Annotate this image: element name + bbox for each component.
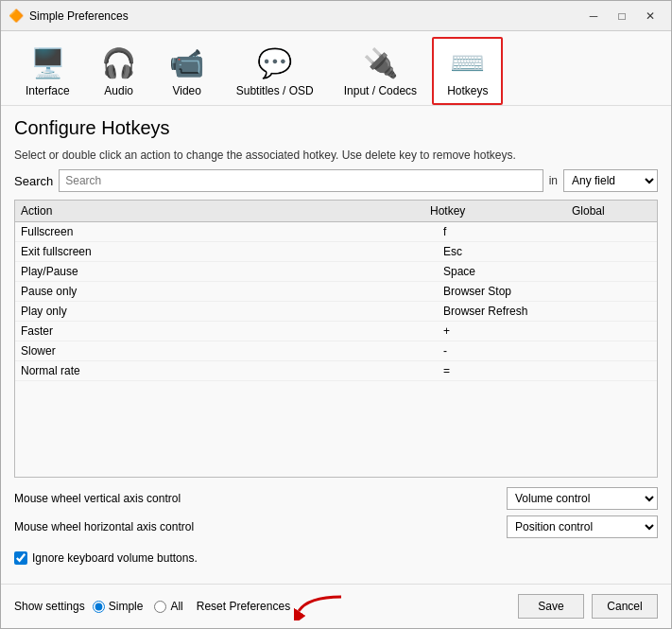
table-row[interactable]: Pause onlyBrowser Stop [15,282,657,302]
table-cell-action: Play/Pause [21,265,443,278]
vertical-axis-label: Mouse wheel vertical axis control [14,492,507,505]
description-text: Select or double click an action to chan… [14,149,658,162]
close-button[interactable]: ✕ [637,6,663,26]
table-cell-action: Normal rate [21,364,443,377]
show-settings-label: Show settings [14,600,85,613]
vertical-axis-row: Mouse wheel vertical axis control Volume… [14,487,658,510]
radio-all: All [154,600,182,613]
table-cell-hotkey: Browser Refresh [443,305,585,318]
table-cell-global [585,364,651,377]
vertical-axis-dropdown[interactable]: Volume controlPosition controlNone [507,487,658,510]
red-arrow-indicator [294,592,346,620]
mouse-controls: Mouse wheel vertical axis control Volume… [14,487,658,544]
radio-simple: Simple [93,600,144,613]
nav-item-subtitles-label: Subtitles / OSD [236,84,314,97]
radio-simple-label: Simple [109,600,144,613]
horizontal-axis-row: Mouse wheel horizontal axis control Posi… [14,515,658,538]
table-cell-action: Exit fullscreen [21,245,443,258]
table-cell-action: Pause only [21,285,443,298]
table-cell-hotkey: + [443,324,585,338]
radio-group: Simple All [93,600,183,613]
nav-item-video-label: Video [172,84,200,97]
main-window: 🔶 Simple Preferences ─ □ ✕ 🖥️Interface🎧A… [0,0,672,629]
horizontal-axis-dropdown[interactable]: Position controlVolume controlNone [507,515,658,538]
table-cell-global [585,344,651,358]
interface-icon: 🖥️ [28,44,66,82]
audio-icon: 🎧 [100,44,138,82]
title-bar-controls: ─ □ ✕ [580,6,663,26]
table-cell-hotkey: Browser Stop [443,285,585,298]
nav-item-video[interactable]: 📹Video [153,37,221,105]
table-row[interactable]: Slower- [15,341,657,361]
header-scroll-spacer [638,204,651,218]
table-cell-action: Faster [21,324,443,338]
radio-all-input[interactable] [154,601,166,613]
nav-item-input-label: Input / Codecs [344,84,417,97]
table-cell-action: Slower [21,344,443,358]
maximize-button[interactable]: □ [609,6,635,26]
cancel-button[interactable]: Cancel [592,594,658,619]
table-header: Action Hotkey Global [15,201,657,222]
input-icon: 🔌 [361,44,399,82]
reset-preferences-button[interactable]: Reset Preferences [197,600,290,613]
table-row[interactable]: Exit fullscreenEsc [15,242,657,262]
table-row[interactable]: Faster+ [15,322,657,341]
keyboard-volume-row: Ignore keyboard volume buttons. [14,551,658,565]
table-cell-action: Fullscreen [21,225,443,238]
search-in-label: in [549,174,558,187]
nav-bar: 🖥️Interface🎧Audio📹Video💬Subtitles / OSD🔌… [1,31,671,106]
table-cell-global [585,245,651,258]
keyboard-volume-checkbox[interactable] [14,551,27,565]
table-cell-action: Play only [21,305,443,318]
header-hotkey: Hotkey [430,204,572,218]
app-icon: 🔶 [9,9,24,24]
table-row[interactable]: Normal rate= [15,361,657,381]
nav-item-hotkeys-label: Hotkeys [447,84,488,97]
table-cell-hotkey: Esc [443,245,585,258]
minimize-button[interactable]: ─ [580,6,607,26]
table-cell-global [585,265,651,278]
header-action: Action [21,204,430,218]
search-field-dropdown[interactable]: Any fieldActionHotkey [563,169,658,192]
radio-all-label: All [170,600,182,613]
table-cell-global [585,285,651,298]
keyboard-volume-label: Ignore keyboard volume buttons. [32,551,198,565]
bottom-bar: Show settings Simple All Reset Preferenc… [1,584,671,628]
page-title: Configure Hotkeys [14,117,658,139]
table-row[interactable]: Play/PauseSpace [15,262,657,282]
table-cell-hotkey: f [443,225,585,238]
header-global: Global [572,204,638,218]
table-cell-hotkey: Space [443,265,585,278]
table-cell-global [585,225,651,238]
nav-item-audio[interactable]: 🎧Audio [85,37,153,105]
table-cell-hotkey: = [443,364,585,377]
nav-item-interface[interactable]: 🖥️Interface [10,37,85,105]
table-cell-hotkey: - [443,344,585,358]
table-row[interactable]: Fullscreenf [15,222,657,242]
nav-item-input[interactable]: 🔌Input / Codecs [329,37,432,105]
search-input[interactable] [59,169,543,192]
nav-item-audio-label: Audio [104,84,133,97]
table-cell-global [585,305,651,318]
video-icon: 📹 [168,44,206,82]
subtitles-icon: 💬 [256,44,294,82]
hotkeys-table: Action Hotkey Global FullscreenfExit ful… [14,200,658,478]
table-cell-global [585,324,651,338]
title-bar: 🔶 Simple Preferences ─ □ ✕ [1,1,671,31]
hotkeys-icon: ⌨️ [449,44,487,82]
search-label: Search [14,174,53,188]
horizontal-axis-label: Mouse wheel horizontal axis control [14,520,507,533]
nav-item-subtitles[interactable]: 💬Subtitles / OSD [221,37,329,105]
table-body[interactable]: FullscreenfExit fullscreenEscPlay/PauseS… [15,222,657,477]
main-content: Configure Hotkeys Select or double click… [1,106,671,584]
window-title: Simple Preferences [29,9,580,23]
nav-item-interface-label: Interface [26,84,70,97]
nav-item-hotkeys[interactable]: ⌨️Hotkeys [432,37,503,105]
save-button[interactable]: Save [518,594,584,619]
search-row: Search in Any fieldActionHotkey [14,169,658,192]
table-row[interactable]: Play onlyBrowser Refresh [15,302,657,322]
radio-simple-input[interactable] [93,601,105,613]
